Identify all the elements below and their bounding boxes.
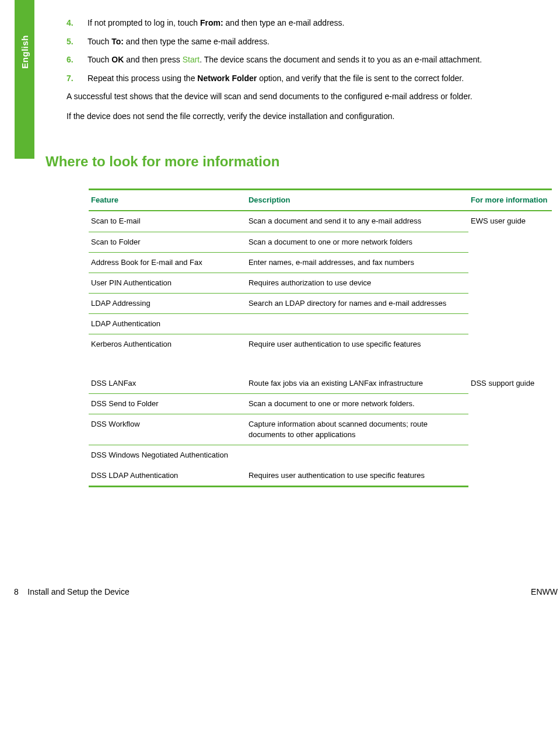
text-bold: From:	[200, 18, 223, 27]
cell-feature: LDAP Authentication	[89, 314, 246, 334]
step-list: If not prompted to log in, touch From: a…	[66, 18, 558, 84]
cell-feature: Scan to Folder	[89, 232, 246, 252]
page-footer: 8 Install and Setup the Device ENWW	[0, 587, 560, 598]
col-description: Description	[246, 190, 468, 211]
text: and then type an e-mail address.	[223, 18, 345, 27]
cell-feature: User PIN Authentication	[89, 273, 246, 293]
cell-description	[246, 314, 468, 334]
cell-description: Search an LDAP directory for names and e…	[246, 294, 468, 314]
text-green: Start	[183, 55, 200, 64]
cell-description: Require user authentication to use speci…	[246, 334, 468, 355]
cell-description: Requires user authentication to use spec…	[246, 466, 468, 487]
page-number: 8	[14, 587, 19, 596]
footer-right: ENWW	[531, 587, 558, 598]
table-group-1: Scan to E-mail Scan a document and send …	[89, 211, 552, 354]
cell-feature: DSS LANFax	[89, 355, 246, 394]
cell-feature: Scan to E-mail	[89, 211, 246, 232]
cell-feature: DSS Send to Folder	[89, 393, 246, 414]
language-tab-text: English	[19, 35, 31, 69]
col-feature: Feature	[89, 190, 246, 211]
cell-reference: EWS user guide	[468, 211, 552, 354]
text: and then type the same e-mail address.	[124, 37, 270, 46]
text: If not prompted to log in, touch	[88, 18, 200, 27]
paragraph: A successful test shows that the device …	[66, 91, 558, 103]
cell-feature: DSS Windows Negotiated Authentication	[89, 445, 246, 466]
footer-title: Install and Setup the Device	[27, 587, 129, 596]
language-tab: English	[15, 0, 34, 159]
cell-feature: LDAP Addressing	[89, 294, 246, 314]
text: Touch	[88, 37, 111, 46]
text: and then press	[124, 55, 182, 64]
text-bold: Network Folder	[197, 74, 257, 83]
table-row: Scan to E-mail Scan a document and send …	[89, 211, 552, 232]
cell-feature: Address Book for E-mail and Fax	[89, 252, 246, 273]
col-more-info: For more information	[468, 190, 552, 211]
cell-description: Scan a document and send it to any e-mai…	[246, 211, 468, 232]
step-5: Touch To: and then type the same e-mail …	[66, 36, 558, 48]
cell-feature: Kerberos Authentication	[89, 334, 246, 355]
cell-feature: DSS Workflow	[89, 414, 246, 445]
text: Repeat this process using the	[88, 74, 197, 83]
cell-feature: DSS LDAP Authentication	[89, 466, 246, 487]
text: Touch	[88, 55, 111, 64]
cell-reference: DSS support guide	[468, 355, 552, 487]
cell-description: Route fax jobs via an existing LANFax in…	[246, 355, 468, 394]
cell-description	[246, 445, 468, 466]
cell-description: Requires authorization to use device	[246, 273, 468, 293]
text-bold: OK	[111, 55, 124, 64]
cell-description: Capture information about scanned docume…	[246, 414, 468, 445]
section-heading: Where to look for more information	[46, 152, 558, 172]
text-bold: To:	[111, 37, 124, 46]
cell-description: Scan a document to one or more network f…	[246, 393, 468, 414]
text: . The device scans the document and send…	[200, 55, 482, 64]
table-group-2: DSS LANFax Route fax jobs via an existin…	[89, 355, 552, 487]
step-6: Touch OK and then press Start. The devic…	[66, 54, 558, 66]
table-row: DSS LANFax Route fax jobs via an existin…	[89, 355, 552, 394]
cell-description: Scan a document to one or more network f…	[246, 232, 468, 252]
footer-left: 8 Install and Setup the Device	[14, 587, 130, 598]
step-4: If not prompted to log in, touch From: a…	[66, 18, 558, 29]
paragraph: If the device does not send the file cor…	[66, 111, 558, 123]
text: option, and verify that the file is sent…	[257, 74, 464, 83]
info-table: Feature Description For more information…	[89, 189, 552, 487]
step-7: Repeat this process using the Network Fo…	[66, 73, 558, 85]
cell-description: Enter names, e-mail addresses, and fax n…	[246, 252, 468, 273]
